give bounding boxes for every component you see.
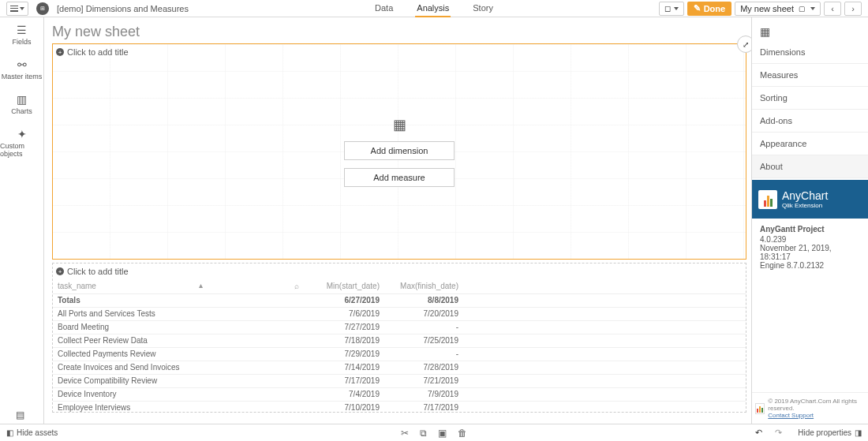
hide-assets-button[interactable]: ◧ Hide assets [6,428,58,437]
cell-finish: 7/28/2019 [384,361,463,374]
caret-down-icon [810,7,815,10]
link-icon: ⚯ [17,58,27,71]
menu-button[interactable] [6,2,28,16]
cut-button[interactable]: ✂ [401,428,409,439]
cell-task: Device Compatibility Review [53,374,305,387]
panel-icon: ◨ [855,428,862,437]
nav-data[interactable]: Data [373,0,395,17]
table-row[interactable]: Device Inventory7/4/20197/9/2019 [53,387,746,401]
rp-item-sorting[interactable]: Sorting [752,87,868,110]
totals-label: Totals [53,293,305,307]
hide-properties-button[interactable]: Hide properties ◨ [798,428,862,437]
table-object[interactable]: + Click to add title task_name ▴ ⌕ Min(s… [52,263,746,413]
sheet-selector[interactable]: My new sheet ▢ [735,2,821,16]
totals-row: Totals 6/27/2019 8/8/2019 [53,293,746,307]
title-prompt-text: Click to add title [67,267,129,276]
paste-button[interactable]: ▣ [438,428,447,439]
cell-finish: 7/9/2019 [384,387,463,401]
table-row[interactable]: Collected Payments Review7/29/2019- [53,347,746,361]
undo-button[interactable]: ↶ [755,428,762,438]
col-task-name[interactable]: task_name ▴ ⌕ [53,279,305,293]
table-row[interactable]: Employee Interviews7/10/20197/17/2019 [53,401,746,413]
assets-sidebar: ☰ Fields ⚯ Master items ▥ Charts ✦ Custo… [0,17,44,424]
rp-item-dimensions[interactable]: Dimensions [752,41,868,64]
master-label: Master items [2,73,43,80]
custom-label: Custom objects [0,142,43,158]
nav-story[interactable]: Story [471,0,495,17]
anychart-logo-icon [758,190,777,209]
rp-item-appearance[interactable]: Appearance [752,133,868,155]
properties-panel: ▦ DimensionsMeasuresSortingAdd-onsAppear… [751,17,868,424]
contact-support-link[interactable]: Contact Support [768,412,814,419]
next-sheet-button[interactable]: › [844,2,862,16]
search-icon[interactable]: ⌕ [294,282,299,290]
bookmark-button[interactable]: ◻ [659,2,684,16]
canvas: My new sheet + Click to add title ⤢ ▦ Ad… [44,17,751,424]
cell-bar [463,320,746,334]
cell-start: 7/27/2019 [305,320,384,334]
cell-finish: 7/17/2019 [384,401,463,413]
table-title-prompt[interactable]: + Click to add title [53,263,746,279]
table-icon: ▦ [393,116,406,133]
caret-down-icon [674,7,679,10]
cell-task: All Ports and Services Tests [53,307,305,320]
table-row[interactable]: All Ports and Services Tests7/6/20197/20… [53,307,746,320]
chart-title-prompt[interactable]: + Click to add title [56,47,129,57]
sidebar-master-items[interactable]: ⚯ Master items [0,52,43,87]
col-min-start[interactable]: Min(start_date) [305,279,384,293]
panel-icon: ◧ [6,428,13,437]
chart-icon: ▥ [17,93,27,106]
footer-copyright: © 2019 AnyChart.Com All rights reserved. [768,398,865,412]
done-button[interactable]: ✎ Done [687,2,732,16]
table-row[interactable]: Create Invoices and Send Invoices7/14/20… [53,361,746,374]
sidebar-fields[interactable]: ☰ Fields [0,17,43,52]
delete-button[interactable]: 🗑 [458,428,467,439]
puzzle-icon: ✦ [17,128,27,140]
hide-assets-label: Hide assets [17,428,58,437]
rp-item-add-ons[interactable]: Add-ons [752,110,868,133]
totals-min: 6/27/2019 [305,293,384,307]
cell-task: Device Inventory [53,387,305,401]
about-info: AnyGantt Project 4.0.239 November 21, 20… [752,219,868,276]
banner-title: AnyChart [782,189,828,202]
plus-icon: + [56,48,64,56]
cell-finish: - [384,347,463,361]
col-max-finish[interactable]: Max(finish_date) [384,279,463,293]
add-measure-button[interactable]: Add measure [344,168,455,187]
copy-button[interactable]: ⧉ [420,428,427,439]
cell-start: 7/29/2019 [305,347,384,361]
nav-analysis[interactable]: Analysis [415,0,451,17]
cell-bar [463,401,746,413]
table-row[interactable]: Board Meeting7/27/2019- [53,320,746,334]
chart-object[interactable]: + Click to add title ⤢ ▦ Add dimension A… [52,43,746,260]
table-row[interactable]: Device Compatibility Review7/17/20197/21… [53,374,746,387]
cell-start: 7/14/2019 [305,361,384,374]
about-date: November 21, 2019, 18:31:17 [760,244,860,261]
sheet-label: My new sheet [740,4,794,13]
expand-button[interactable]: ⤢ [737,36,751,53]
plus-icon: + [56,267,64,275]
charts-label: Charts [11,107,32,115]
anychart-mini-logo-icon [755,403,765,414]
table-row[interactable]: Collect Peer Review Data7/18/20197/25/20… [53,334,746,347]
sidebar-charts[interactable]: ▥ Charts [0,87,43,121]
cell-bar [463,347,746,361]
redo-button[interactable]: ↷ [775,428,782,438]
add-dimension-button[interactable]: Add dimension [344,141,455,160]
sidebar-custom-objects[interactable]: ✦ Custom objects [0,121,43,164]
cell-bar [463,334,746,347]
rp-item-measures[interactable]: Measures [752,64,868,87]
rp-item-about[interactable]: About [752,155,868,178]
hamburger-icon [10,6,18,12]
about-name: AnyGantt Project [760,225,860,234]
cell-bar [463,387,746,401]
object-type-icon: ▦ [752,17,868,41]
prev-sheet-button[interactable]: ‹ [824,2,841,16]
calendar-icon[interactable]: ▤ [16,409,24,420]
top-bar: ⊞ [demo] Dimensions and Measures Data An… [0,0,868,17]
bottom-bar: ◧ Hide assets ✂ ⧉ ▣ 🗑 ↶ ↷ Hide propertie… [0,424,868,441]
data-table: task_name ▴ ⌕ Min(start_date) Max(finish… [53,279,746,413]
sheet-title[interactable]: My new sheet [52,24,746,40]
cell-task: Collect Peer Review Data [53,334,305,347]
cell-bar [463,307,746,320]
